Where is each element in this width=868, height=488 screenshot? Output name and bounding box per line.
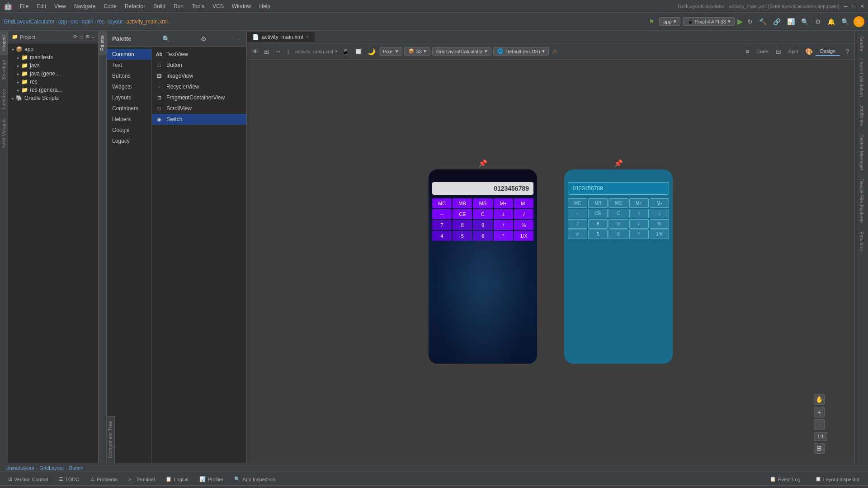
right-tab-gradle[interactable]: Gradle	[857, 33, 866, 55]
menu-code[interactable]: Code	[100, 2, 120, 11]
calc-btn-7[interactable]: 7	[432, 220, 452, 230]
menu-refactor[interactable]: Refactor	[121, 2, 149, 11]
bp-btn-inv[interactable]: 1/X	[650, 230, 669, 239]
palette-cat-buttons[interactable]: Buttons	[107, 70, 151, 81]
bottom-tab-terminal[interactable]: >_ Terminal	[124, 475, 159, 483]
zoom-out-btn[interactable]: −	[814, 419, 825, 430]
close-project-icon[interactable]: −	[92, 34, 94, 40]
hand-tool-btn[interactable]: ✋	[814, 394, 825, 405]
bp-btn-mul[interactable]: *	[629, 230, 649, 239]
palette-cat-common[interactable]: Common	[107, 49, 151, 60]
calc-btn-ce[interactable]: CE	[453, 209, 472, 219]
bottom-tab-logcat[interactable]: 📋 Logcat	[161, 475, 193, 483]
bc-button[interactable]: Button	[69, 465, 84, 471]
menu-file[interactable]: File	[16, 2, 32, 11]
menu-view[interactable]: View	[51, 2, 70, 11]
bc-layout[interactable]: layout	[108, 19, 123, 25]
night-icon[interactable]: 🌙	[366, 47, 377, 56]
bottom-tab-app-inspection[interactable]: 🔍 App Inspection	[230, 475, 280, 483]
design-mode-tab[interactable]: Design	[816, 47, 840, 56]
palette-cat-widgets[interactable]: Widgets	[107, 81, 151, 92]
zoom-fit-btn[interactable]: 1:1	[814, 432, 827, 441]
theme-dropdown[interactable]: GridLayoutCalculator ▾	[432, 47, 491, 56]
settings-icon[interactable]: ⚙	[813, 17, 823, 26]
editor-tab-main[interactable]: 📄 activity_main.xml ✕	[247, 32, 315, 42]
tree-item-java-gen[interactable]: ▸ 📁 java (gene...	[14, 70, 98, 78]
bc-linearlayout[interactable]: LinearLayout	[5, 465, 34, 471]
layout-inspector-btn[interactable]: 🔲 Layout Inspector	[811, 475, 864, 483]
bp-btn-div[interactable]: /	[629, 219, 649, 229]
locale-dropdown[interactable]: 🌐Default (en-US) ▾	[493, 47, 548, 56]
tree-item-gradle[interactable]: ▸ 🐘 Gradle Scripts	[8, 94, 98, 102]
menu-build[interactable]: Build	[150, 2, 169, 11]
bottom-tab-problems[interactable]: ⚠ Problems	[86, 475, 122, 483]
right-tab-attributes[interactable]: Attributes	[857, 102, 866, 130]
profiler-icon[interactable]: 📊	[785, 17, 797, 26]
bp-btn-pm[interactable]: ±	[629, 209, 649, 218]
tab-close-btn[interactable]: ✕	[306, 34, 309, 39]
calc-btn-back[interactable]: ←	[432, 209, 452, 219]
pixel-dropdown[interactable]: Pixel ▾	[379, 47, 402, 56]
menu-help[interactable]: Help	[255, 2, 274, 11]
right-tab-device-file[interactable]: Device File Explorer	[857, 175, 866, 226]
menu-edit[interactable]: Edit	[33, 2, 50, 11]
bc-file[interactable]: activity_main.xml	[126, 19, 167, 25]
bc-project[interactable]: GridLayoutCalculator	[4, 19, 55, 25]
bp-btn-back[interactable]: ←	[568, 209, 587, 218]
palette-settings-btn[interactable]: ⚙	[201, 35, 207, 42]
menu-tools[interactable]: Tools	[188, 2, 208, 11]
api-dropdown[interactable]: 📦33 ▾	[404, 47, 430, 56]
calc-btn-pct[interactable]: %	[514, 220, 533, 230]
viewport-icon[interactable]: 🔲	[353, 47, 364, 56]
tree-item-manifests[interactable]: ▸ 📁 manifests	[14, 53, 98, 61]
palette-search-btn[interactable]: 🔍	[162, 35, 170, 42]
bp-btn-9[interactable]: 9	[609, 219, 628, 229]
menu-run[interactable]: Run	[170, 2, 187, 11]
right-tab-emulator[interactable]: Emulator	[857, 228, 866, 255]
bp-btn-mminus[interactable]: M-	[650, 198, 669, 208]
bc-app[interactable]: app	[58, 19, 67, 25]
palette-item-switch[interactable]: ◉ Switch	[152, 114, 246, 125]
device-dropdown[interactable]: 📱Pixel 4 API 33 ▾	[683, 17, 735, 26]
bp-btn-mplus[interactable]: M+	[629, 198, 649, 208]
tree-item-res[interactable]: ▸ 📁 res	[14, 78, 98, 86]
bc-gridlayout[interactable]: GridLayout	[39, 465, 64, 471]
arrows-h-icon[interactable]: ↔	[273, 47, 283, 56]
calc-btn-6[interactable]: 6	[473, 231, 492, 241]
eye-icon[interactable]: 👁	[250, 47, 260, 56]
calc-btn-5[interactable]: 5	[453, 231, 472, 241]
bottom-tab-version-control[interactable]: ⊞ Version Control	[4, 475, 52, 483]
sidebar-tab-build[interactable]: Build Variants	[0, 114, 8, 153]
bp-btn-sqrt[interactable]: √	[650, 209, 669, 218]
calc-btn-c[interactable]: C	[473, 209, 492, 219]
sync-icon[interactable]: ↻	[745, 17, 755, 26]
calc-btn-4[interactable]: 4	[432, 231, 452, 241]
tree-item-app[interactable]: ▾ 📦 app	[8, 45, 98, 53]
bp-btn-ms[interactable]: MS	[609, 198, 628, 208]
palette-item-scrollview[interactable]: □ ScrollView	[152, 103, 246, 114]
calc-btn-mplus[interactable]: M+	[494, 198, 513, 208]
bp-btn-6[interactable]: 6	[609, 230, 628, 239]
sidebar-tab-favorites[interactable]: Favorites	[0, 84, 8, 114]
menu-navigate[interactable]: Navigate	[71, 2, 99, 11]
calc-btn-pm[interactable]: ±	[494, 209, 513, 219]
palette-cat-containers[interactable]: Containers	[107, 103, 151, 114]
zoom-in-btn[interactable]: +	[814, 407, 825, 418]
git-icon[interactable]: ⚑	[647, 17, 656, 26]
calc-btn-9[interactable]: 9	[473, 220, 492, 230]
tree-item-java[interactable]: ▸ 📁 java	[14, 61, 98, 70]
arrows-v-icon[interactable]: ↕	[285, 47, 292, 56]
build-icon[interactable]: 🔨	[757, 17, 769, 26]
calc-btn-mc[interactable]: MC	[432, 198, 452, 208]
palette-minimize-btn[interactable]: −	[237, 35, 241, 42]
search-icon[interactable]: 🔍	[840, 17, 851, 26]
avatar[interactable]: A	[854, 16, 864, 27]
app-config-dropdown[interactable]: app ▾	[659, 17, 680, 26]
palette-vtab[interactable]: Palette	[99, 31, 106, 55]
collapse-icon[interactable]: ☰	[79, 34, 84, 40]
bc-main[interactable]: main	[82, 19, 94, 25]
minimize-btn[interactable]: ─	[844, 3, 848, 9]
palette-item-fragmentcontainer[interactable]: ⊡ FragmentContainerView	[152, 92, 246, 103]
calc-btn-div[interactable]: /	[494, 220, 513, 230]
zoom-frame-btn[interactable]: ⊞	[814, 443, 825, 454]
